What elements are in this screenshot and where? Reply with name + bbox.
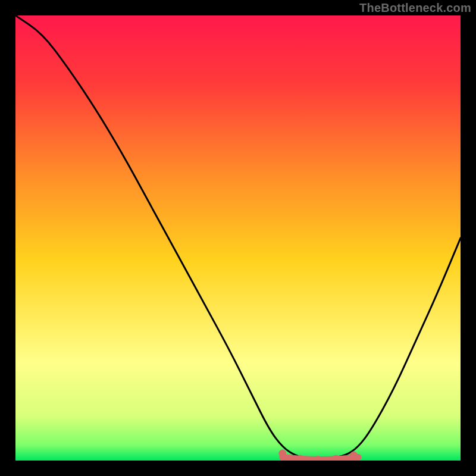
gradient-background xyxy=(15,15,461,461)
chart-plot-area xyxy=(15,15,461,461)
marker-dot xyxy=(315,456,322,461)
outer-frame: TheBottleneck.com xyxy=(0,0,476,476)
marker-dot xyxy=(350,452,357,459)
marker-dot xyxy=(333,455,340,461)
watermark-text: TheBottleneck.com xyxy=(359,1,471,15)
marker-dot xyxy=(297,455,304,461)
chart-svg xyxy=(15,15,461,461)
marker-dot xyxy=(279,450,286,457)
